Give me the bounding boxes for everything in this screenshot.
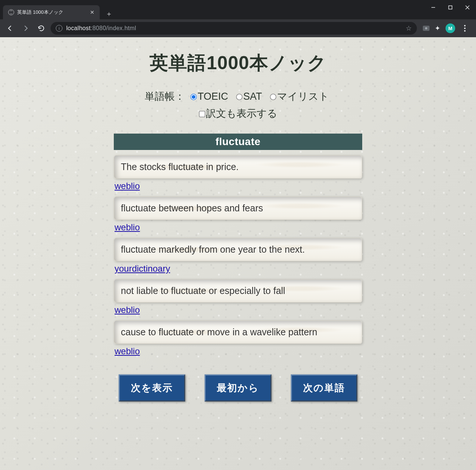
browser-window: 英単語 1000本ノック ✕ ＋ i localhost:8080/index.… [0,0,476,470]
minimize-button[interactable] [425,0,442,15]
show-translation-input[interactable] [199,111,206,117]
restart-button[interactable]: 最初から [205,374,271,402]
site-info-icon[interactable]: i [56,25,62,32]
radio-sat[interactable]: SAT [233,91,262,102]
source-link[interactable]: weblio [115,181,362,191]
radio-mylist-input[interactable] [270,94,276,100]
maximize-button[interactable] [442,0,459,15]
forward-button[interactable] [19,22,32,35]
radio-sat-input[interactable] [236,94,242,100]
browser-toolbar: i localhost:8080/index.html ☆ ✦ M [0,19,476,37]
extension-icons: ✦ M [420,23,472,33]
wordbook-label: 単語帳： [145,91,185,102]
address-bar[interactable]: i localhost:8080/index.html ☆ [51,22,417,35]
page-viewport: 英単語1000本ノック 単語帳： TOEIC SAT マイリスト 訳文も表示する… [0,37,476,470]
url-text: localhost:8080/index.html [66,25,136,32]
source-link[interactable]: weblio [115,346,362,357]
page-content: 英単語1000本ノック 単語帳： TOEIC SAT マイリスト 訳文も表示する… [0,37,476,424]
camera-icon[interactable] [423,26,430,31]
tab-strip: 英単語 1000本ノック ✕ ＋ [0,0,425,19]
new-tab-button[interactable]: ＋ [103,8,115,19]
source-link[interactable]: weblio [115,222,362,233]
profile-avatar[interactable]: M [446,23,455,33]
source-link[interactable]: weblio [115,305,362,315]
extensions-icon[interactable]: ✦ [435,24,440,32]
reload-button[interactable] [35,22,48,35]
bookmark-star-icon[interactable]: ☆ [406,24,412,32]
titlebar: 英単語 1000本ノック ✕ ＋ [0,0,476,19]
close-tab-icon[interactable]: ✕ [90,9,94,15]
action-buttons: 次を表示 最初から 次の単語 [119,374,357,402]
menu-icon[interactable] [460,25,469,32]
tab-title: 英単語 1000本ノック [17,9,63,16]
globe-icon [8,9,14,15]
radio-toeic-input[interactable] [191,94,197,100]
example-list: The stocks fluctuate in price.webliofluc… [114,155,362,362]
example-sentence: The stocks fluctuate in price. [114,155,362,179]
svg-rect-1 [449,6,452,9]
wordbook-controls: 単語帳： TOEIC SAT マイリスト 訳文も表示する [145,88,331,122]
radio-toeic[interactable]: TOEIC [187,91,228,102]
radio-mylist[interactable]: マイリスト [267,91,329,102]
next-word-button[interactable]: 次の単語 [291,374,357,402]
target-word: fluctuate [114,134,362,150]
show-translation-checkbox[interactable]: 訳文も表示する [196,108,277,119]
window-controls [425,0,476,19]
show-next-button[interactable]: 次を表示 [119,374,185,402]
browser-tab[interactable]: 英単語 1000本ノック ✕ [3,5,100,19]
example-sentence: not liable to fluctuate or especially to… [114,279,362,303]
page-title: 英単語1000本ノック [149,51,326,76]
back-button[interactable] [4,22,16,35]
example-sentence: fluctuate markedly from one year to the … [114,238,362,261]
word-card: fluctuate The stocks fluctuate in price.… [114,134,362,362]
source-link[interactable]: yourdictinoary [115,263,362,274]
close-window-button[interactable] [459,0,476,15]
example-sentence: cause to fluctuate or move in a wavelike… [114,320,362,344]
example-sentence: fluctuate between hopes and fears [114,196,362,220]
